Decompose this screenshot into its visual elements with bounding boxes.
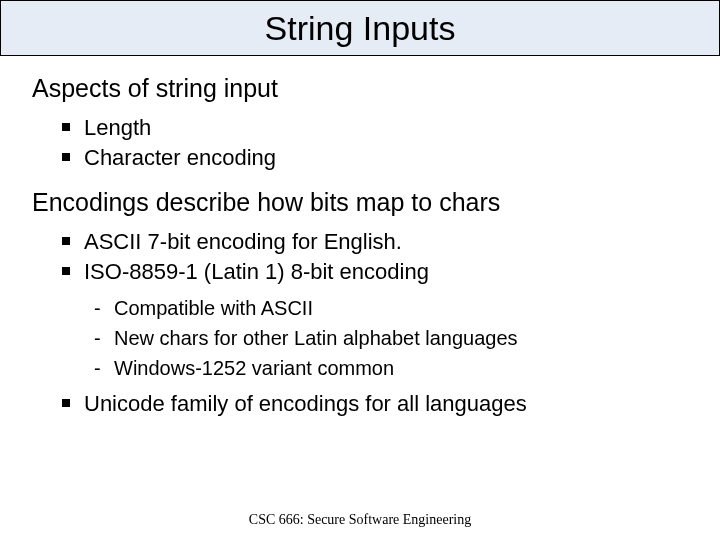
bullet-list: Unicode family of encodings for all lang… — [32, 389, 688, 419]
list-item: Unicode family of encodings for all lang… — [62, 389, 688, 419]
list-item: Windows-1252 variant common — [94, 353, 688, 383]
list-item: ASCII 7-bit encoding for English. — [62, 227, 688, 257]
list-item: Character encoding — [62, 143, 688, 173]
title-bar: String Inputs — [0, 0, 720, 56]
slide-footer: CSC 666: Secure Software Engineering — [0, 512, 720, 528]
list-item: Compatible with ASCII — [94, 293, 688, 323]
bullet-list: Length Character encoding — [32, 113, 688, 172]
list-item: Length — [62, 113, 688, 143]
bullet-list: ASCII 7-bit encoding for English. ISO-88… — [32, 227, 688, 286]
section-heading: Encodings describe how bits map to chars — [32, 188, 688, 217]
list-item: New chars for other Latin alphabet langu… — [94, 323, 688, 353]
slide-content: Aspects of string input Length Character… — [0, 56, 720, 418]
section-heading: Aspects of string input — [32, 74, 688, 103]
list-item: ISO-8859-1 (Latin 1) 8-bit encoding — [62, 257, 688, 287]
slide-title: String Inputs — [265, 9, 456, 48]
sub-list: Compatible with ASCII New chars for othe… — [32, 293, 688, 383]
